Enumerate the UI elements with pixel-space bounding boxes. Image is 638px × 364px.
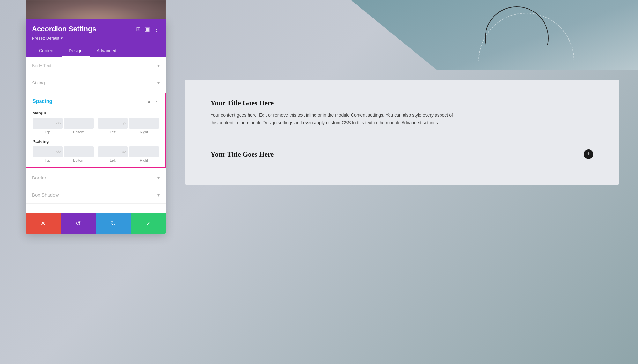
padding-bottom-label: Bottom	[73, 158, 84, 162]
cancel-button[interactable]: ✕	[26, 213, 61, 234]
preset-chevron: ▾	[61, 36, 63, 40]
redo-button[interactable]: ↻	[96, 213, 131, 234]
sizing-chevron: ▾	[157, 80, 160, 85]
panel-tabs: Content Design Advanced	[32, 45, 160, 57]
cancel-icon: ✕	[41, 220, 46, 227]
sizing-label: Sizing	[32, 80, 45, 85]
spacing-collapse-icon[interactable]: ▲	[147, 99, 151, 104]
tab-content[interactable]: Content	[32, 45, 62, 57]
border-chevron: ▾	[157, 175, 160, 180]
sizing-section[interactable]: Sizing ▾	[26, 74, 166, 91]
more-icon[interactable]: ⋮	[154, 25, 160, 33]
padding-left-field[interactable]: </>	[98, 146, 128, 157]
spacing-section: Spacing ▲ ⋮ Margin </> Top	[26, 93, 166, 168]
plus-symbol: +	[587, 151, 590, 157]
box-shadow-chevron: ▾	[157, 193, 160, 198]
accordion-item1-body: Your content goes here. Edit or remove t…	[211, 112, 453, 127]
spacing-header-icons: ▲ ⋮	[147, 99, 159, 104]
tab-design[interactable]: Design	[62, 45, 90, 57]
accordion-item1-title: Your Title Goes Here	[211, 99, 593, 107]
padding-left-wrapper: </> Left	[98, 146, 128, 162]
accordion-preview: Your Title Goes Here Your content goes h…	[185, 80, 619, 185]
panel-title: Accordion Settings	[32, 25, 96, 33]
body-text-chevron: ▾	[157, 63, 160, 68]
collapse-icon[interactable]: ▣	[145, 25, 150, 33]
tab-advanced-label: Advanced	[97, 48, 116, 53]
margin-label: Margin	[33, 111, 159, 115]
redo-icon: ↻	[111, 220, 116, 227]
margin-tb-pair: </> Top Bottom	[33, 118, 94, 134]
padding-top-label: Top	[45, 158, 50, 162]
margin-inputs-row: </> Top Bottom	[33, 118, 159, 134]
expand-icon[interactable]: ⊞	[136, 25, 141, 33]
margin-bottom-label: Bottom	[73, 130, 84, 134]
margin-divider	[96, 118, 96, 129]
margin-lr-pair: </> Left Right	[98, 118, 159, 134]
body-text-label: Body Text	[32, 63, 51, 68]
border-label: Border	[32, 175, 46, 180]
padding-label: Padding	[33, 139, 159, 144]
margin-bottom-field[interactable]	[64, 118, 94, 129]
margin-top-wrapper: </> Top	[33, 118, 63, 134]
tab-design-label: Design	[69, 48, 83, 53]
border-section[interactable]: Border ▾	[26, 169, 166, 186]
deco-arc-solid	[485, 6, 549, 70]
margin-left-label: Left	[110, 130, 115, 134]
padding-bottom-field[interactable]	[64, 146, 94, 157]
tab-content-label: Content	[39, 48, 55, 53]
body-text-section[interactable]: Body Text ▾	[26, 57, 166, 74]
margin-left-link-icon: </>	[122, 122, 126, 125]
box-shadow-label: Box Shadow	[32, 192, 59, 198]
margin-top-label: Top	[45, 130, 50, 134]
panel-header-icons: ⊞ ▣ ⋮	[136, 25, 160, 33]
padding-right-wrapper: Right	[129, 146, 159, 162]
spacing-title: Spacing	[33, 98, 52, 104]
margin-top-link-icon: </>	[56, 122, 61, 125]
padding-inputs-row: </> Top Bottom	[33, 146, 159, 162]
margin-right-wrapper: Right	[129, 118, 159, 134]
padding-right-label: Right	[140, 158, 148, 162]
accordion-item2-title: Your Title Goes Here	[211, 150, 274, 158]
padding-lr-pair: </> Left Right	[98, 146, 159, 162]
panel-title-row: Accordion Settings ⊞ ▣ ⋮	[32, 25, 160, 33]
accordion-expand-icon[interactable]: +	[584, 149, 593, 159]
padding-left-link-icon: </>	[122, 150, 126, 154]
preset-label: Preset: Default	[32, 36, 59, 40]
margin-top-field[interactable]: </>	[33, 118, 63, 129]
padding-bottom-wrapper: Bottom	[64, 146, 94, 162]
spacing-body: Margin </> Top Bottom	[26, 108, 165, 167]
margin-right-label: Right	[140, 130, 148, 134]
body-spacer	[26, 204, 166, 213]
padding-top-wrapper: </> Top	[33, 146, 63, 162]
undo-button[interactable]: ↺	[61, 213, 96, 234]
save-icon: ✓	[146, 220, 151, 227]
tab-advanced[interactable]: Advanced	[90, 45, 123, 57]
padding-tb-pair: </> Top Bottom	[33, 146, 94, 162]
accordion-item2[interactable]: Your Title Goes Here +	[211, 143, 593, 165]
spacing-header: Spacing ▲ ⋮	[26, 93, 165, 108]
preset-selector[interactable]: Preset: Default ▾	[32, 36, 160, 40]
margin-left-field[interactable]: </>	[98, 118, 128, 129]
margin-left-wrapper: </> Left	[98, 118, 128, 134]
settings-panel: Accordion Settings ⊞ ▣ ⋮ Preset: Default…	[26, 19, 166, 234]
padding-top-link-icon: </>	[56, 150, 61, 154]
panel-body: Body Text ▾ Sizing ▾ Spacing ▲ ⋮ Margin	[26, 57, 166, 213]
spacing-more-icon[interactable]: ⋮	[154, 99, 159, 104]
padding-left-label: Left	[110, 158, 115, 162]
box-shadow-section[interactable]: Box Shadow ▾	[26, 186, 166, 204]
save-button[interactable]: ✓	[131, 213, 166, 234]
padding-right-field[interactable]	[129, 146, 159, 157]
margin-right-field[interactable]	[129, 118, 159, 129]
padding-divider	[96, 146, 96, 157]
padding-top-field[interactable]: </>	[33, 146, 63, 157]
panel-bottom-bar: ✕ ↺ ↻ ✓	[26, 213, 166, 234]
panel-header: Accordion Settings ⊞ ▣ ⋮ Preset: Default…	[26, 19, 166, 57]
margin-bottom-wrapper: Bottom	[64, 118, 94, 134]
undo-icon: ↺	[76, 220, 81, 227]
